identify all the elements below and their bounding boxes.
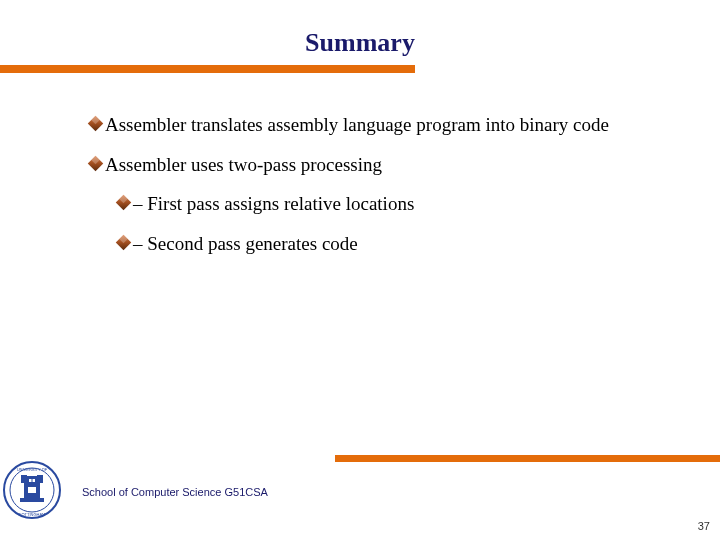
svg-rect-5: [28, 487, 36, 493]
footer-accent-bar: [335, 455, 720, 462]
page-number: 37: [698, 520, 710, 532]
diamond-bullet-icon: [116, 235, 132, 251]
bullet-text: – First pass assigns relative locations: [133, 191, 414, 217]
footer-text: School of Computer Science G51CSA: [82, 486, 268, 498]
bullet-item: Assembler uses two-pass processing: [90, 152, 670, 178]
bullet-sub-item: – Second pass generates code: [118, 231, 670, 257]
svg-rect-6: [29, 479, 32, 482]
diamond-bullet-icon: [88, 116, 104, 132]
svg-rect-4: [37, 475, 43, 483]
bullet-sub-item: – First pass assigns relative locations: [118, 191, 670, 217]
svg-rect-3: [21, 475, 27, 483]
svg-rect-7: [33, 479, 36, 482]
slide: Summary Assembler translates assembly la…: [0, 0, 720, 540]
institution-logo: UNIVERSITY OF NOTTINGHAM: [2, 460, 62, 520]
content-area: Assembler translates assembly language p…: [90, 112, 670, 271]
bullet-text: Assembler uses two-pass processing: [105, 152, 382, 178]
slide-title: Summary: [0, 28, 720, 58]
bullet-text: Assembler translates assembly language p…: [105, 112, 609, 138]
svg-rect-8: [20, 498, 44, 502]
diamond-bullet-icon: [88, 155, 104, 171]
bullet-text: – Second pass generates code: [133, 231, 358, 257]
diamond-bullet-icon: [116, 195, 132, 211]
svg-text:NOTTINGHAM: NOTTINGHAM: [19, 512, 46, 517]
title-underline: [0, 65, 415, 73]
svg-text:UNIVERSITY OF: UNIVERSITY OF: [17, 467, 48, 472]
bullet-item: Assembler translates assembly language p…: [90, 112, 670, 138]
